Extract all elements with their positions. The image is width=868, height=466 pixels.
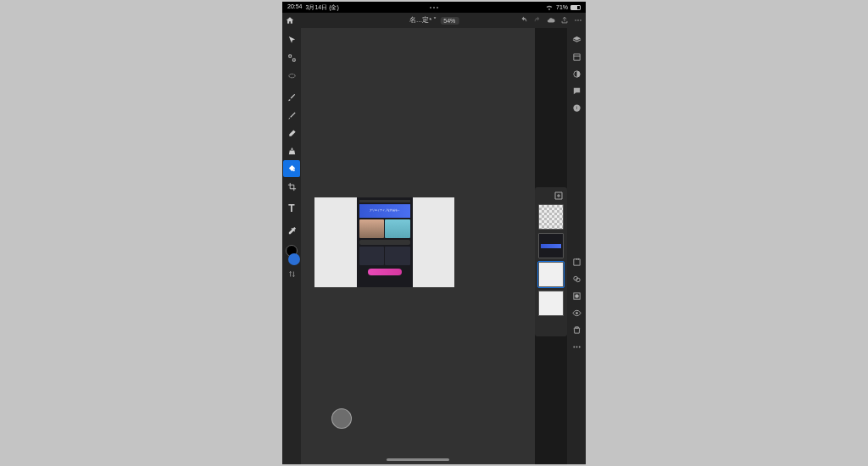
share-icon[interactable] [560, 16, 569, 25]
adjustments-icon[interactable] [568, 65, 585, 82]
svg-point-1 [577, 19, 579, 21]
canvas-artboard[interactable]: クリエイティブな作品を… [314, 197, 454, 287]
comments-icon[interactable] [568, 82, 585, 99]
canvas-content: クリエイティブな作品を… [357, 197, 413, 287]
spot-heal-tool[interactable] [283, 107, 300, 124]
mask-icon[interactable] [568, 287, 585, 304]
color-swatches[interactable] [286, 245, 298, 278]
more-icon[interactable] [574, 16, 582, 25]
status-bar: 20:54 3月14日 (金) 71% [282, 2, 586, 13]
swap-colors-icon[interactable] [288, 270, 296, 278]
background-color[interactable] [288, 253, 300, 265]
home-indicator[interactable] [387, 458, 449, 461]
layer-properties-icon[interactable] [568, 48, 585, 65]
svg-point-10 [575, 294, 579, 298]
selection-brush-tool[interactable] [283, 67, 300, 84]
move-tool[interactable] [283, 31, 300, 48]
canvas-area[interactable]: クリエイティブな作品を… [301, 28, 535, 464]
lasso-tool[interactable] [283, 49, 300, 66]
brush-tool[interactable] [283, 89, 300, 106]
status-date: 3月14日 (金) [306, 3, 339, 12]
svg-point-2 [580, 19, 581, 21]
filters-icon[interactable] [568, 270, 585, 287]
mock-card [359, 219, 385, 238]
svg-text:i: i [576, 105, 576, 110]
svg-point-14 [578, 346, 580, 347]
clone-stamp-tool[interactable] [283, 142, 300, 159]
app-toolbar: 名…定* ˅ 54% [282, 13, 586, 28]
multitask-dots[interactable] [430, 7, 438, 8]
info-icon[interactable]: i [568, 99, 585, 116]
right-toolbar: i [567, 28, 586, 464]
wifi-icon [545, 3, 554, 12]
mock-tag [359, 240, 410, 245]
layer-thumb[interactable] [538, 262, 564, 287]
crop-tool[interactable] [283, 178, 300, 195]
battery-icon [570, 5, 581, 10]
export-icon[interactable] [568, 253, 585, 270]
layer-thumb[interactable] [538, 233, 564, 258]
svg-point-12 [573, 346, 575, 347]
svg-point-11 [576, 312, 578, 314]
trash-icon[interactable] [568, 321, 585, 338]
layers-panel-icon[interactable] [568, 31, 585, 48]
visibility-icon[interactable] [568, 304, 585, 321]
battery-pct: 71% [556, 4, 568, 10]
app-window: 20:54 3月14日 (金) 71% 名…定* ˅ 54% [282, 2, 586, 464]
home-icon[interactable] [286, 16, 294, 25]
document-title[interactable]: 名…定* ˅ [409, 16, 437, 25]
touch-cursor [331, 408, 352, 429]
type-tool[interactable]: T [283, 200, 300, 217]
fill-tool[interactable] [283, 160, 300, 177]
mock-card [385, 219, 410, 238]
cloud-icon[interactable] [547, 16, 555, 25]
zoom-level[interactable]: 54% [440, 17, 459, 25]
mock-card [385, 247, 410, 265]
mock-cta-pill [368, 269, 402, 275]
eraser-tool[interactable] [283, 125, 300, 141]
add-layer-icon[interactable] [554, 191, 564, 201]
redo-icon[interactable] [533, 16, 542, 25]
svg-point-0 [575, 19, 576, 21]
mock-banner: クリエイティブな作品を… [359, 204, 410, 218]
overflow-icon[interactable] [568, 338, 585, 355]
layer-thumb[interactable] [538, 291, 564, 316]
mock-card [359, 247, 385, 265]
layer-thumb[interactable] [538, 204, 564, 230]
svg-point-13 [576, 346, 577, 347]
svg-point-3 [288, 74, 294, 78]
eyedropper-tool[interactable] [283, 222, 300, 239]
status-time: 20:54 [287, 3, 303, 12]
layers-panel [535, 187, 567, 336]
undo-icon[interactable] [520, 16, 528, 25]
left-toolbar: T [282, 28, 301, 464]
